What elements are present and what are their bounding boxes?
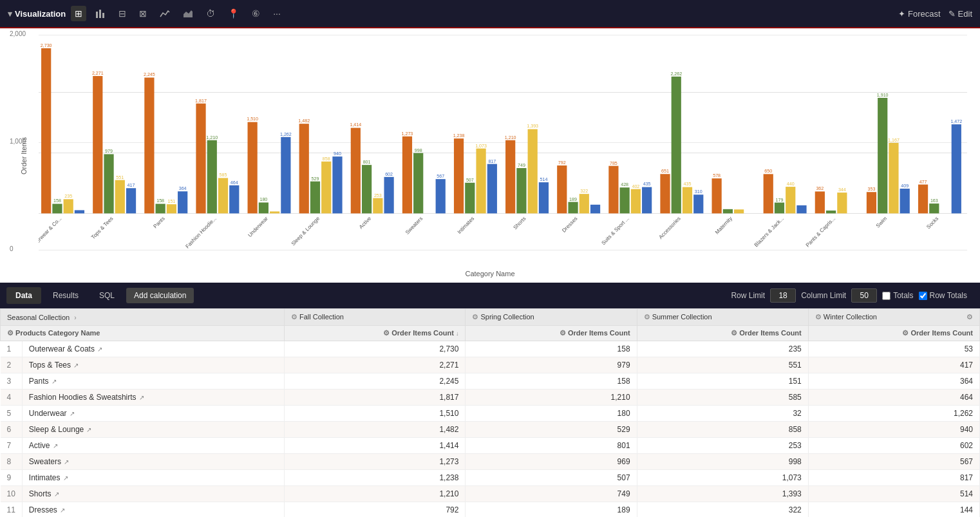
- tab-results[interactable]: Results: [44, 287, 88, 304]
- svg-rect-30: [178, 191, 187, 213]
- trend-icon[interactable]: ↗: [60, 507, 65, 514]
- svg-rect-0: [96, 12, 98, 18]
- svg-text:Accessories: Accessories: [658, 216, 682, 240]
- trend-icon[interactable]: ↗: [73, 362, 79, 369]
- svg-text:158: 158: [156, 198, 164, 203]
- svg-rect-2: [102, 13, 104, 18]
- dropdown-arrow[interactable]: ▾: [8, 9, 12, 19]
- filter-btn[interactable]: ⊟: [115, 6, 130, 21]
- category-name: Intimates: [29, 473, 61, 482]
- number-btn[interactable]: ⑥: [248, 6, 264, 21]
- area-chart-btn[interactable]: [179, 6, 197, 21]
- category-cell: Tops & Tees ↗: [22, 357, 284, 373]
- winter-settings-icon[interactable]: ⚙: [966, 313, 973, 321]
- trend-icon[interactable]: ↗: [53, 442, 58, 449]
- row-number: 6: [1, 422, 23, 438]
- fall-gear-icon[interactable]: ⚙: [291, 313, 297, 321]
- category-sub-header: ⚙ Products Category Name: [1, 326, 285, 341]
- row-number: 5: [1, 406, 23, 422]
- svg-rect-17: [104, 154, 113, 213]
- svg-text:979: 979: [105, 148, 113, 154]
- category-cell: Shorts ↗: [22, 486, 284, 502]
- category-cell: Intimates ↗: [22, 470, 284, 486]
- svg-rect-128: [775, 203, 784, 214]
- dim-gear-icon[interactable]: ⚙: [7, 329, 14, 337]
- winter-value: 514: [808, 486, 979, 502]
- row-totals-checkbox-label[interactable]: Row Totals: [919, 291, 967, 300]
- svg-text:428: 428: [621, 182, 628, 187]
- trend-icon[interactable]: ↗: [139, 394, 144, 401]
- svg-text:409: 409: [901, 183, 909, 189]
- pivot-btn[interactable]: ⊠: [135, 6, 151, 21]
- forecast-btn[interactable]: ✦ Forecast: [898, 9, 941, 19]
- svg-text:402: 402: [632, 183, 639, 189]
- spring-metric-gear[interactable]: ⚙: [560, 329, 566, 337]
- data-tabs: Data Results SQL Add calculation Row Lim…: [0, 283, 980, 308]
- winter-value: 567: [808, 454, 979, 470]
- line-chart-btn[interactable]: [156, 6, 174, 21]
- totals-checkbox-label[interactable]: Totals: [882, 291, 913, 300]
- trend-icon[interactable]: ↗: [70, 410, 75, 417]
- bar-chart-svg: 2,730158235Outerwear & Co...2,2719795514…: [39, 35, 967, 250]
- svg-rect-68: [402, 136, 412, 214]
- svg-rect-122: [723, 209, 733, 214]
- map-btn[interactable]: 📍: [224, 6, 243, 21]
- add-calculation-btn[interactable]: Add calculation: [126, 288, 194, 303]
- spring-gear-icon[interactable]: ⚙: [472, 313, 478, 321]
- col-limit-input[interactable]: [851, 288, 877, 303]
- winter-metric-gear[interactable]: ⚙: [902, 329, 909, 337]
- data-panel: Data Results SQL Add calculation Row Lim…: [0, 283, 980, 517]
- svg-rect-1: [99, 10, 101, 18]
- table-view-btn[interactable]: ⊞: [71, 6, 86, 21]
- trend-icon[interactable]: ↗: [52, 378, 57, 385]
- svg-rect-94: [557, 165, 567, 213]
- svg-text:163: 163: [930, 198, 938, 203]
- svg-rect-82: [487, 164, 497, 214]
- svg-rect-26: [156, 204, 165, 214]
- table-container[interactable]: Seasonal Collection › ⚙ Fall Collection …: [0, 308, 980, 517]
- winter-gear-icon[interactable]: ⚙: [815, 313, 822, 321]
- category-name: Underwear: [29, 409, 67, 418]
- table-row: 4 Fashion Hoodies & Sweatshirts ↗ 1,817 …: [1, 390, 980, 406]
- tab-sql[interactable]: SQL: [90, 287, 124, 304]
- svg-rect-15: [93, 76, 102, 213]
- svg-text:435: 435: [643, 181, 651, 187]
- svg-text:Active: Active: [358, 215, 372, 230]
- svg-text:440: 440: [787, 181, 795, 187]
- trend-icon[interactable]: ↗: [54, 491, 59, 498]
- table-row: 5 Underwear ↗ 1,510 180 32 1,262: [1, 406, 980, 422]
- svg-text:785: 785: [610, 160, 617, 165]
- winter-value: 144: [808, 502, 979, 518]
- trend-icon[interactable]: ↗: [97, 346, 102, 353]
- svg-rect-132: [796, 205, 806, 213]
- summer-metric-gear[interactable]: ⚙: [731, 329, 737, 337]
- row-totals-checkbox[interactable]: [919, 292, 927, 300]
- clock-btn[interactable]: ⏱: [202, 6, 219, 21]
- edit-btn[interactable]: ✎ Edit: [948, 9, 972, 19]
- row-limit-input[interactable]: [770, 288, 796, 303]
- x-axis-label: Category Name: [465, 270, 514, 277]
- fall-value: 1,238: [284, 470, 466, 486]
- category-cell: Underwear ↗: [22, 406, 284, 422]
- svg-rect-150: [918, 185, 928, 214]
- tab-data[interactable]: Data: [6, 287, 41, 304]
- svg-rect-65: [384, 177, 393, 214]
- fall-metric-gear[interactable]: ⚙: [383, 329, 390, 337]
- summer-gear-icon[interactable]: ⚙: [644, 313, 650, 321]
- data-table: Seasonal Collection › ⚙ Fall Collection …: [0, 308, 980, 517]
- more-btn[interactable]: ···: [269, 6, 285, 21]
- trend-icon[interactable]: ↗: [64, 458, 69, 465]
- spring-value: 749: [466, 486, 637, 502]
- trend-icon[interactable]: ↗: [63, 475, 68, 482]
- svg-rect-87: [516, 168, 526, 213]
- summer-value: 32: [637, 406, 808, 422]
- svg-rect-111: [660, 174, 670, 213]
- svg-rect-98: [580, 194, 589, 213]
- svg-rect-37: [218, 178, 228, 213]
- bar-chart-btn[interactable]: [91, 6, 109, 21]
- trend-icon[interactable]: ↗: [86, 426, 91, 433]
- totals-checkbox[interactable]: [882, 292, 890, 300]
- spring-collection-header: ⚙ Spring Collection: [466, 309, 637, 326]
- fall-metric-header: ⚙ Order Items Count ↓: [284, 326, 466, 341]
- svg-rect-47: [281, 137, 290, 214]
